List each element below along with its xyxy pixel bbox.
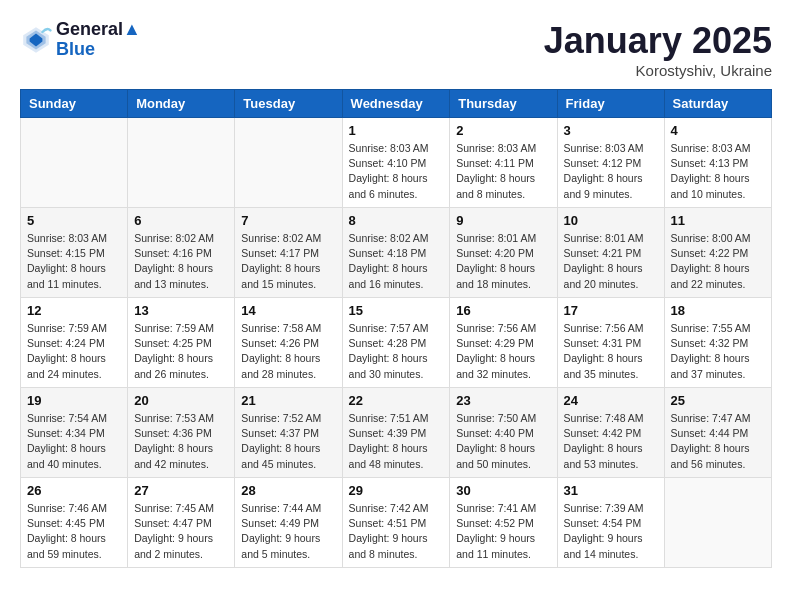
day-cell: 16Sunrise: 7:56 AM Sunset: 4:29 PM Dayli… — [450, 298, 557, 388]
logo: General▲ Blue — [20, 20, 141, 60]
day-detail: Sunrise: 7:58 AM Sunset: 4:26 PM Dayligh… — [241, 321, 335, 382]
day-cell: 13Sunrise: 7:59 AM Sunset: 4:25 PM Dayli… — [128, 298, 235, 388]
day-number: 2 — [456, 123, 550, 138]
day-number: 26 — [27, 483, 121, 498]
day-cell — [664, 478, 771, 568]
day-detail: Sunrise: 7:59 AM Sunset: 4:24 PM Dayligh… — [27, 321, 121, 382]
day-cell — [21, 118, 128, 208]
day-cell: 21Sunrise: 7:52 AM Sunset: 4:37 PM Dayli… — [235, 388, 342, 478]
day-number: 17 — [564, 303, 658, 318]
day-detail: Sunrise: 7:39 AM Sunset: 4:54 PM Dayligh… — [564, 501, 658, 562]
location: Korostyshiv, Ukraine — [544, 62, 772, 79]
week-row-2: 5Sunrise: 8:03 AM Sunset: 4:15 PM Daylig… — [21, 208, 772, 298]
title-block: January 2025 Korostyshiv, Ukraine — [544, 20, 772, 79]
day-cell: 7Sunrise: 8:02 AM Sunset: 4:17 PM Daylig… — [235, 208, 342, 298]
day-number: 15 — [349, 303, 444, 318]
day-cell: 11Sunrise: 8:00 AM Sunset: 4:22 PM Dayli… — [664, 208, 771, 298]
day-cell: 10Sunrise: 8:01 AM Sunset: 4:21 PM Dayli… — [557, 208, 664, 298]
calendar-header-row: SundayMondayTuesdayWednesdayThursdayFrid… — [21, 90, 772, 118]
day-number: 21 — [241, 393, 335, 408]
day-detail: Sunrise: 7:57 AM Sunset: 4:28 PM Dayligh… — [349, 321, 444, 382]
day-number: 4 — [671, 123, 765, 138]
day-cell: 20Sunrise: 7:53 AM Sunset: 4:36 PM Dayli… — [128, 388, 235, 478]
day-detail: Sunrise: 7:41 AM Sunset: 4:52 PM Dayligh… — [456, 501, 550, 562]
day-cell — [128, 118, 235, 208]
day-cell: 27Sunrise: 7:45 AM Sunset: 4:47 PM Dayli… — [128, 478, 235, 568]
day-cell: 17Sunrise: 7:56 AM Sunset: 4:31 PM Dayli… — [557, 298, 664, 388]
day-detail: Sunrise: 8:01 AM Sunset: 4:20 PM Dayligh… — [456, 231, 550, 292]
day-cell: 5Sunrise: 8:03 AM Sunset: 4:15 PM Daylig… — [21, 208, 128, 298]
col-header-monday: Monday — [128, 90, 235, 118]
day-detail: Sunrise: 8:00 AM Sunset: 4:22 PM Dayligh… — [671, 231, 765, 292]
day-detail: Sunrise: 7:59 AM Sunset: 4:25 PM Dayligh… — [134, 321, 228, 382]
page-header: General▲ Blue January 2025 Korostyshiv, … — [20, 20, 772, 79]
day-number: 8 — [349, 213, 444, 228]
day-cell: 12Sunrise: 7:59 AM Sunset: 4:24 PM Dayli… — [21, 298, 128, 388]
day-number: 18 — [671, 303, 765, 318]
day-detail: Sunrise: 8:02 AM Sunset: 4:18 PM Dayligh… — [349, 231, 444, 292]
day-number: 25 — [671, 393, 765, 408]
day-detail: Sunrise: 8:03 AM Sunset: 4:13 PM Dayligh… — [671, 141, 765, 202]
day-detail: Sunrise: 8:02 AM Sunset: 4:17 PM Dayligh… — [241, 231, 335, 292]
day-detail: Sunrise: 7:50 AM Sunset: 4:40 PM Dayligh… — [456, 411, 550, 472]
day-detail: Sunrise: 7:46 AM Sunset: 4:45 PM Dayligh… — [27, 501, 121, 562]
day-number: 27 — [134, 483, 228, 498]
day-cell: 3Sunrise: 8:03 AM Sunset: 4:12 PM Daylig… — [557, 118, 664, 208]
day-number: 28 — [241, 483, 335, 498]
day-cell: 26Sunrise: 7:46 AM Sunset: 4:45 PM Dayli… — [21, 478, 128, 568]
day-number: 19 — [27, 393, 121, 408]
day-detail: Sunrise: 7:47 AM Sunset: 4:44 PM Dayligh… — [671, 411, 765, 472]
day-cell: 23Sunrise: 7:50 AM Sunset: 4:40 PM Dayli… — [450, 388, 557, 478]
day-detail: Sunrise: 8:03 AM Sunset: 4:12 PM Dayligh… — [564, 141, 658, 202]
day-detail: Sunrise: 8:02 AM Sunset: 4:16 PM Dayligh… — [134, 231, 228, 292]
day-detail: Sunrise: 7:55 AM Sunset: 4:32 PM Dayligh… — [671, 321, 765, 382]
col-header-sunday: Sunday — [21, 90, 128, 118]
day-cell: 8Sunrise: 8:02 AM Sunset: 4:18 PM Daylig… — [342, 208, 450, 298]
col-header-thursday: Thursday — [450, 90, 557, 118]
col-header-saturday: Saturday — [664, 90, 771, 118]
day-detail: Sunrise: 8:03 AM Sunset: 4:10 PM Dayligh… — [349, 141, 444, 202]
week-row-1: 1Sunrise: 8:03 AM Sunset: 4:10 PM Daylig… — [21, 118, 772, 208]
day-number: 30 — [456, 483, 550, 498]
day-cell: 22Sunrise: 7:51 AM Sunset: 4:39 PM Dayli… — [342, 388, 450, 478]
day-number: 5 — [27, 213, 121, 228]
day-number: 3 — [564, 123, 658, 138]
day-cell: 31Sunrise: 7:39 AM Sunset: 4:54 PM Dayli… — [557, 478, 664, 568]
day-detail: Sunrise: 7:54 AM Sunset: 4:34 PM Dayligh… — [27, 411, 121, 472]
day-cell: 19Sunrise: 7:54 AM Sunset: 4:34 PM Dayli… — [21, 388, 128, 478]
week-row-3: 12Sunrise: 7:59 AM Sunset: 4:24 PM Dayli… — [21, 298, 772, 388]
day-cell: 30Sunrise: 7:41 AM Sunset: 4:52 PM Dayli… — [450, 478, 557, 568]
day-cell: 6Sunrise: 8:02 AM Sunset: 4:16 PM Daylig… — [128, 208, 235, 298]
day-number: 29 — [349, 483, 444, 498]
week-row-5: 26Sunrise: 7:46 AM Sunset: 4:45 PM Dayli… — [21, 478, 772, 568]
day-cell: 18Sunrise: 7:55 AM Sunset: 4:32 PM Dayli… — [664, 298, 771, 388]
day-number: 12 — [27, 303, 121, 318]
day-detail: Sunrise: 7:56 AM Sunset: 4:29 PM Dayligh… — [456, 321, 550, 382]
day-detail: Sunrise: 7:45 AM Sunset: 4:47 PM Dayligh… — [134, 501, 228, 562]
day-detail: Sunrise: 7:56 AM Sunset: 4:31 PM Dayligh… — [564, 321, 658, 382]
col-header-friday: Friday — [557, 90, 664, 118]
day-cell: 25Sunrise: 7:47 AM Sunset: 4:44 PM Dayli… — [664, 388, 771, 478]
day-detail: Sunrise: 8:03 AM Sunset: 4:11 PM Dayligh… — [456, 141, 550, 202]
day-detail: Sunrise: 7:53 AM Sunset: 4:36 PM Dayligh… — [134, 411, 228, 472]
day-detail: Sunrise: 8:01 AM Sunset: 4:21 PM Dayligh… — [564, 231, 658, 292]
month-title: January 2025 — [544, 20, 772, 62]
day-number: 7 — [241, 213, 335, 228]
day-number: 11 — [671, 213, 765, 228]
day-number: 20 — [134, 393, 228, 408]
day-number: 14 — [241, 303, 335, 318]
day-cell — [235, 118, 342, 208]
day-number: 1 — [349, 123, 444, 138]
day-number: 9 — [456, 213, 550, 228]
day-cell: 9Sunrise: 8:01 AM Sunset: 4:20 PM Daylig… — [450, 208, 557, 298]
day-cell: 28Sunrise: 7:44 AM Sunset: 4:49 PM Dayli… — [235, 478, 342, 568]
day-cell: 24Sunrise: 7:48 AM Sunset: 4:42 PM Dayli… — [557, 388, 664, 478]
day-cell: 1Sunrise: 8:03 AM Sunset: 4:10 PM Daylig… — [342, 118, 450, 208]
calendar: SundayMondayTuesdayWednesdayThursdayFrid… — [20, 89, 772, 568]
logo-icon — [20, 24, 52, 56]
logo-text: General▲ Blue — [56, 20, 141, 60]
day-detail: Sunrise: 7:42 AM Sunset: 4:51 PM Dayligh… — [349, 501, 444, 562]
day-number: 22 — [349, 393, 444, 408]
day-number: 24 — [564, 393, 658, 408]
col-header-tuesday: Tuesday — [235, 90, 342, 118]
